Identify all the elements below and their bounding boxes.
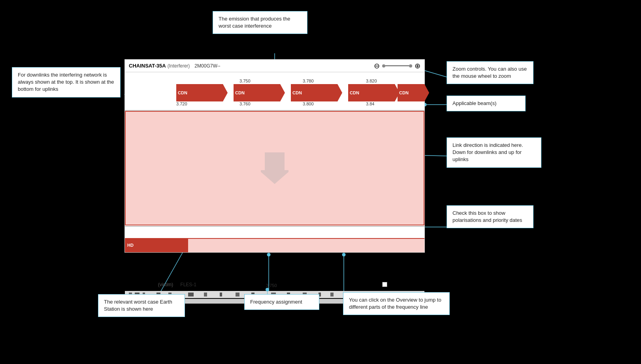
hd-label: HD — [127, 243, 134, 248]
overview-satellite: IMPROSAT — [129, 281, 156, 287]
overview-mark — [236, 293, 239, 296]
cdn-band-4: CDN — [348, 84, 400, 101]
annotation-earth: The relevant worst case Earth Station is… — [98, 294, 185, 317]
overview-mark — [188, 293, 194, 296]
hd-extension — [188, 238, 424, 252]
freq-mid-3800: 3.800 — [303, 101, 314, 106]
annotation-emission: The emission that produces the worst cas… — [213, 11, 307, 34]
annotation-overview-text: You can click on the Overview to jump to… — [349, 297, 441, 310]
diagram-top-bar: CHAINSAT-35A (Interferer) 2M00G7W-- ⊖ ⊕ — [125, 60, 424, 72]
show-priorities-label: Show Priorities — [389, 282, 420, 287]
freq-label-3820: 3.820 — [366, 79, 377, 83]
main-freq-box — [125, 111, 424, 225]
cdn-bands-area: CDN CDN CDN CDN CDN — [125, 84, 424, 104]
freq-ruler-mid: 3.720 3.760 3.800 3.84 — [125, 101, 424, 111]
h-line-bottom — [125, 226, 424, 227]
overview-mark — [220, 293, 222, 296]
overview-mark — [330, 293, 334, 296]
annotation-interfering: For downlinks the interfering network is… — [12, 67, 121, 98]
freq-ruler-top: 3.750 3.780 3.820 — [125, 72, 424, 84]
annotation-zoom: Zoom controls. You can also use the mous… — [447, 61, 534, 84]
annotation-interfering-text: For downlinks the interfering network is… — [18, 72, 114, 92]
satellite-role: (Interferer) — [168, 63, 190, 69]
annotation-earth-text: The relevant worst case Earth Station is… — [104, 299, 172, 312]
annotation-beams: Applicable beam(s) — [447, 96, 526, 111]
freq-label-3780: 3.780 — [303, 79, 314, 83]
show-priorities-checkbox[interactable] — [382, 282, 387, 287]
freq-mid-3760: 3.760 — [239, 101, 251, 106]
overview-role: (victim) — [158, 282, 173, 287]
direction-arrow — [261, 152, 288, 184]
cdn-label-3: CDN — [292, 90, 302, 95]
cdn-label-2: CDN — [235, 90, 245, 95]
cdn-band-3: CDN — [291, 84, 342, 101]
cdn-band-2: CDN — [234, 84, 285, 101]
hd-band: HD — [125, 238, 188, 252]
svg-marker-18 — [261, 152, 288, 184]
overview-section[interactable]: IMPROSAT (victim) FLES-1 Show Priorities — [125, 280, 424, 289]
freq-label-3750: 3.750 — [239, 79, 251, 83]
annotation-emission-text: The emission that produces the worst cas… — [219, 16, 290, 29]
annotation-priorities-text: Check this box to show polarisations and… — [452, 210, 522, 223]
satellite-name: CHAINSAT-35A — [129, 63, 166, 69]
annotation-priorities: Check this box to show polarisations and… — [447, 205, 534, 228]
cdn-band-5: CDN — [398, 84, 429, 101]
annotation-beams-text: Applicable beam(s) — [452, 100, 496, 106]
annotation-link: Link direction is indicated here. Down f… — [447, 137, 541, 168]
h-line-top — [125, 110, 424, 111]
annotation-overview: You can click on the Overview to jump to… — [343, 292, 450, 315]
zoom-out-icon[interactable]: ⊖ — [374, 62, 380, 70]
zoom-controls[interactable]: ⊖ ⊕ — [374, 62, 420, 70]
overview-station: FLES-1 — [180, 282, 196, 287]
cdn-band-1: CDN — [176, 84, 228, 101]
annotation-freq-assign-text: Frequency assignment — [250, 299, 302, 305]
freq-mid-384: 3.84 — [366, 101, 374, 106]
annotation-zoom-text: Zoom controls. You can also use the mous… — [452, 66, 527, 79]
cdn-label-1: CDN — [178, 90, 187, 95]
zoom-in-icon[interactable]: ⊕ — [415, 62, 420, 70]
annotation-link-text: Link direction is indicated here. Down f… — [452, 142, 523, 162]
frequency-diagram: CHAINSAT-35A (Interferer) 2M00G7W-- ⊖ ⊕ … — [124, 59, 425, 253]
cdn-label-4: CDN — [350, 90, 359, 95]
position-indicator-dot-top — [266, 288, 269, 291]
show-priorities-control[interactable]: Show Priorities — [382, 282, 420, 287]
svg-point-15 — [267, 253, 271, 257]
annotation-freq-assign: Frequency assignment — [244, 294, 319, 310]
overview-mark — [204, 293, 207, 296]
freq-mid-3720: 3.720 — [176, 101, 187, 106]
svg-point-17 — [342, 253, 346, 257]
overview-freq-label: 3.750 — [266, 283, 277, 288]
cdn-label-5: CDN — [399, 90, 409, 95]
emission-code: 2M00G7W-- — [194, 63, 220, 69]
